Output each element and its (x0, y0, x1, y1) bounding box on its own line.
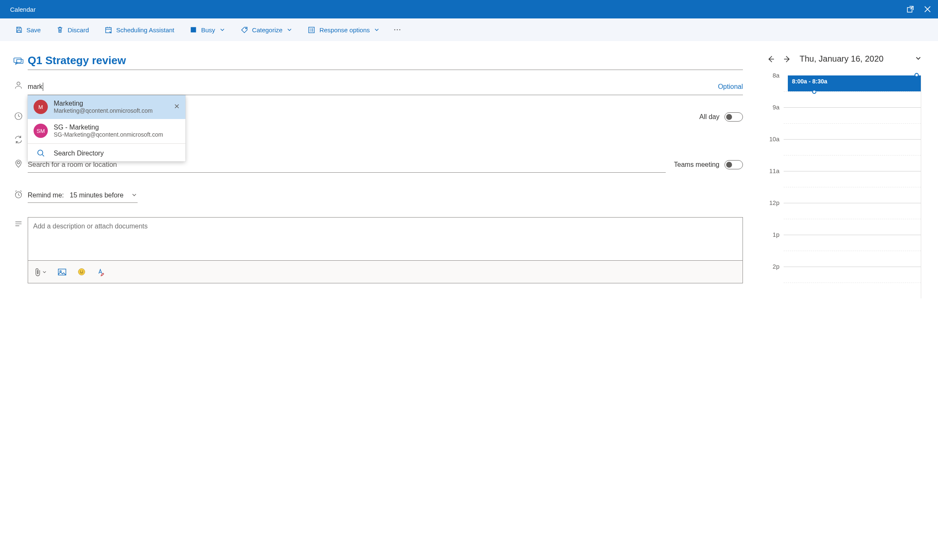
svg-point-12 (17, 82, 20, 85)
day-schedule: 8:00a - 8:30a 8a 9a 10a 11a 12p 1p 2p (766, 75, 921, 298)
avatar: SM (34, 124, 48, 138)
teams-meeting-label: Teams meeting (674, 161, 720, 169)
svg-point-8 (397, 29, 398, 31)
hour-label: 1p (766, 231, 784, 263)
chevron-down-icon (374, 26, 379, 34)
remind-row: Remind me: 15 minutes before (9, 188, 745, 203)
svg-point-21 (80, 271, 81, 272)
hour-label: 10a (766, 136, 784, 168)
categorize-label: Categorize (252, 26, 283, 34)
alarm-icon (9, 188, 28, 199)
insert-image-button[interactable] (57, 268, 67, 276)
location-input[interactable] (28, 161, 666, 169)
svg-point-20 (78, 269, 85, 275)
suggest-item[interactable]: M Marketing Marketing@qcontent.onmicroso… (28, 95, 185, 119)
search-icon (34, 149, 48, 157)
avatar: M (34, 100, 48, 114)
app-title: Calendar (10, 6, 36, 13)
busy-dropdown[interactable]: Busy (183, 23, 231, 36)
remind-prefix: Remind me: (28, 192, 64, 199)
close-icon[interactable] (923, 5, 932, 14)
svg-point-9 (399, 29, 401, 31)
search-directory-label: Search Directory (54, 149, 104, 157)
svg-rect-2 (17, 31, 20, 33)
prev-day-button[interactable] (766, 54, 775, 64)
text-icon (9, 217, 28, 228)
description-textarea[interactable]: Add a description or attach documents (28, 217, 743, 261)
speech-bubble-icon (9, 54, 28, 67)
schedule-panel: Thu, January 16, 2020 8:00a - 8:30a 8a 9… (758, 41, 938, 560)
time-slot[interactable] (784, 267, 921, 298)
hour-label: 11a (766, 168, 784, 200)
response-options-dropdown[interactable]: Response options (301, 23, 386, 36)
allday-toggle[interactable] (724, 112, 743, 122)
clear-suggest-icon[interactable] (174, 104, 180, 110)
hour-label: 2p (766, 263, 784, 295)
time-slot[interactable] (784, 171, 921, 203)
hour-label: 8a (766, 72, 784, 104)
scheduling-assistant-button[interactable]: Scheduling Assistant (98, 23, 181, 36)
suggest-name: SG - Marketing (54, 123, 163, 131)
person-icon (9, 78, 28, 90)
chevron-down-icon[interactable] (915, 55, 921, 62)
description-toolbar (28, 261, 743, 283)
save-button[interactable]: Save (8, 23, 47, 36)
emoji-button[interactable] (78, 268, 86, 276)
svg-point-16 (17, 161, 20, 164)
time-slot[interactable] (784, 107, 921, 139)
more-actions-button[interactable] (388, 23, 406, 36)
title-bar: Calendar (0, 0, 938, 18)
reminder-dropdown[interactable]: Remind me: 15 minutes before (28, 188, 138, 203)
text-caret (43, 83, 43, 91)
popout-icon[interactable] (906, 5, 915, 13)
formatting-button[interactable] (96, 268, 105, 276)
location-icon (9, 157, 28, 168)
save-label: Save (26, 26, 41, 34)
separator (28, 143, 185, 144)
recurrence-icon (9, 133, 28, 144)
clock-icon (9, 109, 28, 121)
description-placeholder: Add a description or attach documents (33, 223, 148, 230)
time-slot[interactable] (784, 75, 921, 107)
categorize-dropdown[interactable]: Categorize (234, 23, 299, 36)
current-date-label: Thu, January 16, 2020 (800, 54, 908, 64)
event-form: mark Optional M Marketing Marketing@qcon… (0, 41, 758, 560)
svg-rect-4 (191, 27, 196, 33)
discard-button[interactable]: Discard (50, 23, 96, 36)
svg-point-13 (38, 150, 43, 155)
chevron-down-icon (287, 26, 292, 34)
next-day-button[interactable] (783, 54, 792, 64)
teams-meeting-toggle[interactable] (724, 160, 743, 169)
event-title-input[interactable] (28, 54, 743, 70)
allday-label: All day (699, 113, 719, 121)
time-slot[interactable] (784, 235, 921, 267)
main-content: mark Optional M Marketing Marketing@qcon… (0, 41, 938, 560)
title-row (9, 54, 745, 70)
discard-label: Discard (68, 26, 89, 34)
command-bar: Save Discard Scheduling Assistant Busy C… (0, 18, 938, 41)
attendee-input-value[interactable]: mark (28, 83, 43, 91)
attach-button[interactable] (34, 268, 47, 276)
time-slot[interactable] (784, 203, 921, 235)
suggest-name: Marketing (54, 99, 153, 107)
suggest-item[interactable]: SM SG - Marketing SG-Marketing@qcontent.… (28, 119, 185, 143)
svg-point-7 (394, 29, 396, 31)
window-controls (906, 5, 932, 14)
attendee-suggest-popup: M Marketing Marketing@qcontent.onmicroso… (28, 95, 185, 161)
svg-point-5 (245, 28, 246, 29)
svg-rect-10 (14, 58, 21, 62)
description-row: Add a description or attach documents (9, 217, 745, 283)
chevron-down-icon (220, 26, 225, 34)
hour-label: 9a (766, 104, 784, 136)
hour-label: 12p (766, 200, 784, 231)
svg-point-22 (82, 271, 83, 272)
suggest-email: Marketing@qcontent.onmicrosoft.com (54, 107, 153, 115)
time-slot[interactable] (784, 139, 921, 171)
svg-rect-1 (18, 27, 20, 29)
busy-label: Busy (201, 26, 215, 34)
optional-toggle[interactable]: Optional (718, 83, 743, 91)
search-directory-button[interactable]: Search Directory (28, 145, 185, 161)
invite-row: mark Optional M Marketing Marketing@qcon… (9, 78, 745, 95)
chevron-down-icon (132, 192, 137, 199)
response-label: Response options (319, 26, 370, 34)
